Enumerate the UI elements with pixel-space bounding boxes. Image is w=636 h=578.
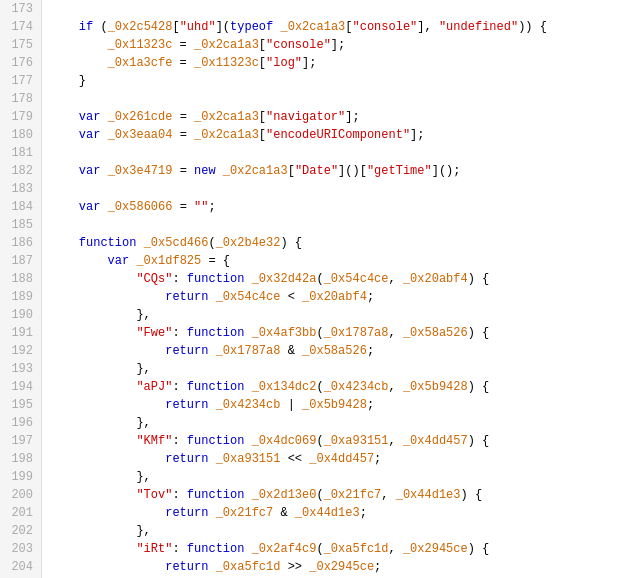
line-number: 193 (8, 360, 33, 378)
code-line: "Tov": function _0x2d13e0(_0x21fc7, _0x4… (50, 486, 636, 504)
line-number: 173 (8, 0, 33, 18)
line-number: 190 (8, 306, 33, 324)
line-number: 194 (8, 378, 33, 396)
code-line: if (_0x2c5428["uhd"](typeof _0x2ca1a3["c… (50, 18, 636, 36)
code-line (50, 0, 636, 18)
line-number: 183 (8, 180, 33, 198)
line-number: 175 (8, 36, 33, 54)
code-line: return _0x54c4ce < _0x20abf4; (50, 288, 636, 306)
line-number: 180 (8, 126, 33, 144)
code-line: }, (50, 360, 636, 378)
code-line: _0x1a3cfe = _0x11323c["log"]; (50, 54, 636, 72)
line-number: 197 (8, 432, 33, 450)
code-line: return _0x21fc7 & _0x44d1e3; (50, 504, 636, 522)
code-line: function _0x5cd466(_0x2b4e32) { (50, 234, 636, 252)
code-line (50, 180, 636, 198)
line-number: 202 (8, 522, 33, 540)
line-number: 177 (8, 72, 33, 90)
line-number: 178 (8, 90, 33, 108)
code-line: return _0x4234cb | _0x5b9428; (50, 396, 636, 414)
code-line: var _0x3e4719 = new _0x2ca1a3["Date"]()[… (50, 162, 636, 180)
line-number: 189 (8, 288, 33, 306)
line-number: 195 (8, 396, 33, 414)
code-line: } (50, 72, 636, 90)
line-number: 186 (8, 234, 33, 252)
code-line (50, 216, 636, 234)
line-number: 192 (8, 342, 33, 360)
code-line: var _0x261cde = _0x2ca1a3["navigator"]; (50, 108, 636, 126)
code-line: var _0x3eaa04 = _0x2ca1a3["encodeURIComp… (50, 126, 636, 144)
line-number: 185 (8, 216, 33, 234)
line-number: 191 (8, 324, 33, 342)
code-line: }, (50, 306, 636, 324)
code-line: _0x11323c = _0x2ca1a3["console"]; (50, 36, 636, 54)
code-line: "KMf": function _0x4dc069(_0xa93151, _0x… (50, 432, 636, 450)
code-line: return _0xa5fc1d >> _0x2945ce; (50, 558, 636, 576)
line-number: 199 (8, 468, 33, 486)
code-content[interactable]: if (_0x2c5428["uhd"](typeof _0x2ca1a3["c… (42, 0, 636, 578)
code-line: }, (50, 468, 636, 486)
code-line: "Fwe": function _0x4af3bb(_0x1787a8, _0x… (50, 324, 636, 342)
line-number: 174 (8, 18, 33, 36)
line-number: 182 (8, 162, 33, 180)
line-numbers: 1731741751761771781791801811821831841851… (0, 0, 42, 578)
code-line: "iRt": function _0x2af4c9(_0xa5fc1d, _0x… (50, 540, 636, 558)
line-number: 198 (8, 450, 33, 468)
line-number: 204 (8, 558, 33, 576)
line-number: 200 (8, 486, 33, 504)
code-line: var _0x586066 = ""; (50, 198, 636, 216)
line-number: 187 (8, 252, 33, 270)
code-line: }, (50, 414, 636, 432)
code-line: var _0x1df825 = { (50, 252, 636, 270)
code-line: }, (50, 522, 636, 540)
code-line (50, 144, 636, 162)
line-number: 196 (8, 414, 33, 432)
line-number: 176 (8, 54, 33, 72)
code-editor: 1731741751761771781791801811821831841851… (0, 0, 636, 578)
code-line: "CQs": function _0x32d42a(_0x54c4ce, _0x… (50, 270, 636, 288)
code-line: return _0x1787a8 & _0x58a526; (50, 342, 636, 360)
line-number: 188 (8, 270, 33, 288)
code-line (50, 90, 636, 108)
code-line: return _0xa93151 << _0x4dd457; (50, 450, 636, 468)
line-number: 184 (8, 198, 33, 216)
line-number: 201 (8, 504, 33, 522)
line-number: 179 (8, 108, 33, 126)
line-number: 203 (8, 540, 33, 558)
line-number: 181 (8, 144, 33, 162)
code-line: "aPJ": function _0x134dc2(_0x4234cb, _0x… (50, 378, 636, 396)
